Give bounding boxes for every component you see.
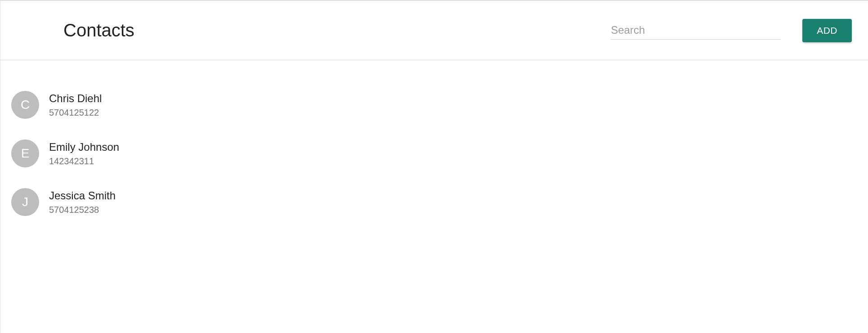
contact-phone: 142342311	[49, 155, 119, 167]
contact-text: Jessica Smith 5704125238	[49, 188, 116, 216]
contact-item[interactable]: E Emily Johnson 142342311	[0, 132, 868, 175]
header: Contacts ADD	[0, 1, 868, 60]
contacts-list: C Chris Diehl 5704125122 E Emily Johnson…	[0, 60, 868, 223]
page-title: Contacts	[63, 20, 134, 40]
add-button[interactable]: ADD	[802, 19, 852, 42]
contact-phone: 5704125122	[49, 106, 102, 119]
avatar: E	[11, 140, 39, 167]
contact-phone: 5704125238	[49, 203, 116, 216]
contact-text: Chris Diehl 5704125122	[49, 91, 102, 119]
list-gap	[0, 126, 868, 132]
contact-item[interactable]: J Jessica Smith 5704125238	[0, 181, 868, 223]
list-gap	[0, 175, 868, 181]
search-input[interactable]	[611, 21, 781, 40]
search-field-wrap	[611, 21, 781, 40]
avatar: C	[11, 91, 39, 119]
contact-name: Chris Diehl	[49, 91, 102, 106]
contact-item[interactable]: C Chris Diehl 5704125122	[0, 84, 868, 126]
contact-name: Jessica Smith	[49, 188, 116, 203]
contact-name: Emily Johnson	[49, 140, 119, 155]
contact-text: Emily Johnson 142342311	[49, 140, 119, 167]
avatar: J	[11, 188, 39, 216]
